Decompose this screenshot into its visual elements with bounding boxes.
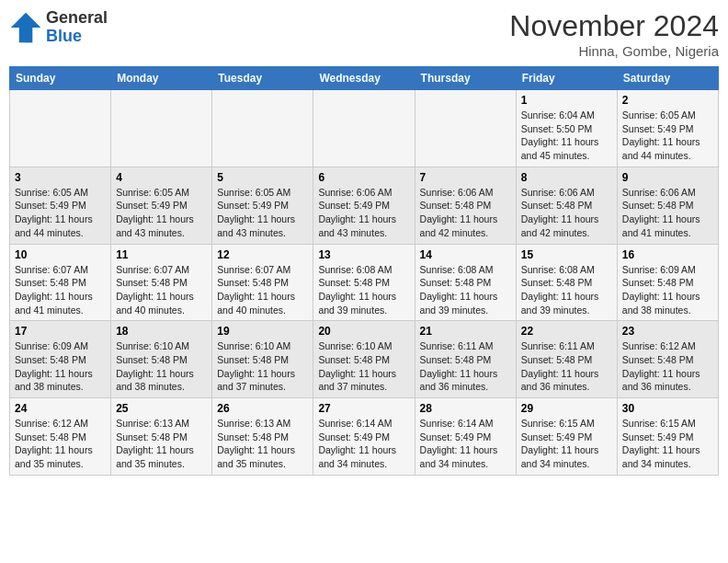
day-number: 15 — [521, 248, 612, 261]
day-number: 3 — [15, 171, 106, 184]
calendar-cell: 26Sunrise: 6:13 AM Sunset: 5:48 PM Dayli… — [212, 398, 313, 476]
day-info: Sunrise: 6:06 AM Sunset: 5:49 PM Dayligh… — [318, 186, 409, 240]
day-info: Sunrise: 6:10 AM Sunset: 5:48 PM Dayligh… — [116, 339, 207, 394]
calendar-cell: 25Sunrise: 6:13 AM Sunset: 5:48 PM Dayli… — [111, 398, 212, 476]
calendar-cell: 18Sunrise: 6:10 AM Sunset: 5:48 PM Dayli… — [111, 321, 212, 398]
calendar-header-row: SundayMondayTuesdayWednesdayThursdayFrid… — [10, 67, 719, 90]
calendar-cell — [10, 90, 111, 167]
day-info: Sunrise: 6:13 AM Sunset: 5:48 PM Dayligh… — [116, 417, 207, 471]
calendar-cell: 20Sunrise: 6:10 AM Sunset: 5:48 PM Dayli… — [313, 321, 415, 398]
calendar-cell: 30Sunrise: 6:15 AM Sunset: 5:49 PM Dayli… — [617, 398, 718, 476]
calendar-cell: 5Sunrise: 6:05 AM Sunset: 5:49 PM Daylig… — [212, 167, 313, 244]
calendar-cell: 28Sunrise: 6:14 AM Sunset: 5:49 PM Dayli… — [415, 398, 516, 476]
day-number: 12 — [217, 248, 308, 261]
title-block: November 2024 Hinna, Gombe, Nigeria — [509, 9, 719, 59]
day-info: Sunrise: 6:13 AM Sunset: 5:48 PM Dayligh… — [217, 417, 308, 471]
calendar-cell: 29Sunrise: 6:15 AM Sunset: 5:49 PM Dayli… — [516, 398, 617, 476]
day-number: 5 — [217, 171, 308, 184]
calendar-cell: 12Sunrise: 6:07 AM Sunset: 5:48 PM Dayli… — [212, 244, 313, 321]
day-info: Sunrise: 6:09 AM Sunset: 5:48 PM Dayligh… — [622, 263, 713, 317]
day-info: Sunrise: 6:07 AM Sunset: 5:48 PM Dayligh… — [116, 263, 207, 317]
calendar-cell: 13Sunrise: 6:08 AM Sunset: 5:48 PM Dayli… — [313, 244, 415, 321]
day-number: 18 — [116, 325, 207, 338]
location-subtitle: Hinna, Gombe, Nigeria — [509, 43, 719, 59]
day-info: Sunrise: 6:10 AM Sunset: 5:48 PM Dayligh… — [217, 339, 308, 394]
calendar-cell: 4Sunrise: 6:05 AM Sunset: 5:49 PM Daylig… — [111, 167, 212, 244]
day-number: 13 — [318, 248, 409, 261]
day-number: 30 — [622, 402, 713, 415]
day-number: 29 — [521, 402, 612, 415]
day-info: Sunrise: 6:08 AM Sunset: 5:48 PM Dayligh… — [318, 263, 409, 317]
day-number: 25 — [116, 402, 207, 415]
day-info: Sunrise: 6:08 AM Sunset: 5:48 PM Dayligh… — [420, 263, 511, 317]
day-number: 17 — [15, 325, 106, 338]
day-number: 9 — [622, 171, 713, 184]
day-info: Sunrise: 6:06 AM Sunset: 5:48 PM Dayligh… — [420, 186, 511, 240]
weekday-header: Saturday — [617, 67, 718, 90]
calendar-cell: 9Sunrise: 6:06 AM Sunset: 5:48 PM Daylig… — [617, 167, 718, 244]
calendar-cell: 16Sunrise: 6:09 AM Sunset: 5:48 PM Dayli… — [617, 244, 718, 321]
calendar-cell — [415, 90, 516, 167]
weekday-header: Thursday — [415, 67, 516, 90]
day-info: Sunrise: 6:05 AM Sunset: 5:49 PM Dayligh… — [622, 109, 713, 163]
calendar-cell: 27Sunrise: 6:14 AM Sunset: 5:49 PM Dayli… — [313, 398, 415, 476]
calendar-cell: 7Sunrise: 6:06 AM Sunset: 5:48 PM Daylig… — [415, 167, 516, 244]
day-number: 19 — [217, 325, 308, 338]
day-number: 28 — [420, 402, 511, 415]
calendar-body: 1Sunrise: 6:04 AM Sunset: 5:50 PM Daylig… — [10, 90, 719, 476]
day-number: 8 — [521, 171, 612, 184]
calendar-cell — [313, 90, 415, 167]
calendar-cell: 6Sunrise: 6:06 AM Sunset: 5:49 PM Daylig… — [313, 167, 415, 244]
day-info: Sunrise: 6:11 AM Sunset: 5:48 PM Dayligh… — [420, 339, 511, 394]
day-info: Sunrise: 6:09 AM Sunset: 5:48 PM Dayligh… — [15, 339, 106, 394]
day-number: 6 — [318, 171, 409, 184]
day-info: Sunrise: 6:11 AM Sunset: 5:48 PM Dayligh… — [521, 339, 612, 394]
calendar-cell — [111, 90, 212, 167]
day-info: Sunrise: 6:12 AM Sunset: 5:48 PM Dayligh… — [622, 339, 713, 394]
day-info: Sunrise: 6:08 AM Sunset: 5:48 PM Dayligh… — [521, 263, 612, 317]
day-info: Sunrise: 6:14 AM Sunset: 5:49 PM Dayligh… — [318, 417, 409, 471]
day-info: Sunrise: 6:15 AM Sunset: 5:49 PM Dayligh… — [622, 417, 713, 471]
logo-icon — [9, 11, 42, 44]
day-info: Sunrise: 6:10 AM Sunset: 5:48 PM Dayligh… — [318, 339, 409, 394]
calendar-cell: 22Sunrise: 6:11 AM Sunset: 5:48 PM Dayli… — [516, 321, 617, 398]
calendar-cell: 21Sunrise: 6:11 AM Sunset: 5:48 PM Dayli… — [415, 321, 516, 398]
day-info: Sunrise: 6:04 AM Sunset: 5:50 PM Dayligh… — [521, 109, 612, 163]
day-number: 27 — [318, 402, 409, 415]
weekday-header: Wednesday — [313, 67, 415, 90]
day-info: Sunrise: 6:14 AM Sunset: 5:49 PM Dayligh… — [420, 417, 511, 471]
day-number: 10 — [15, 248, 106, 261]
logo: General Blue — [9, 9, 108, 46]
calendar-cell: 10Sunrise: 6:07 AM Sunset: 5:48 PM Dayli… — [10, 244, 111, 321]
day-info: Sunrise: 6:06 AM Sunset: 5:48 PM Dayligh… — [521, 186, 612, 240]
calendar-cell: 11Sunrise: 6:07 AM Sunset: 5:48 PM Dayli… — [111, 244, 212, 321]
calendar-cell: 8Sunrise: 6:06 AM Sunset: 5:48 PM Daylig… — [516, 167, 617, 244]
day-number: 16 — [622, 248, 713, 261]
page-header: General Blue November 2024 Hinna, Gombe,… — [9, 9, 719, 59]
day-info: Sunrise: 6:12 AM Sunset: 5:48 PM Dayligh… — [15, 417, 106, 471]
logo-text: General Blue — [46, 9, 108, 46]
calendar-cell — [212, 90, 313, 167]
day-number: 26 — [217, 402, 308, 415]
calendar-cell: 24Sunrise: 6:12 AM Sunset: 5:48 PM Dayli… — [10, 398, 111, 476]
day-info: Sunrise: 6:05 AM Sunset: 5:49 PM Dayligh… — [15, 186, 106, 240]
day-number: 24 — [15, 402, 106, 415]
day-number: 1 — [521, 94, 612, 107]
calendar-cell: 19Sunrise: 6:10 AM Sunset: 5:48 PM Dayli… — [212, 321, 313, 398]
day-info: Sunrise: 6:05 AM Sunset: 5:49 PM Dayligh… — [217, 186, 308, 240]
svg-marker-1 — [26, 13, 40, 42]
calendar-cell: 23Sunrise: 6:12 AM Sunset: 5:48 PM Dayli… — [617, 321, 718, 398]
day-info: Sunrise: 6:05 AM Sunset: 5:49 PM Dayligh… — [116, 186, 207, 240]
day-number: 14 — [420, 248, 511, 261]
calendar-table: SundayMondayTuesdayWednesdayThursdayFrid… — [9, 66, 719, 476]
calendar-cell: 17Sunrise: 6:09 AM Sunset: 5:48 PM Dayli… — [10, 321, 111, 398]
day-number: 11 — [116, 248, 207, 261]
calendar-cell: 15Sunrise: 6:08 AM Sunset: 5:48 PM Dayli… — [516, 244, 617, 321]
calendar-week-row: 10Sunrise: 6:07 AM Sunset: 5:48 PM Dayli… — [10, 244, 719, 321]
weekday-header: Sunday — [10, 67, 111, 90]
day-info: Sunrise: 6:15 AM Sunset: 5:49 PM Dayligh… — [521, 417, 612, 471]
calendar-cell: 3Sunrise: 6:05 AM Sunset: 5:49 PM Daylig… — [10, 167, 111, 244]
calendar-week-row: 1Sunrise: 6:04 AM Sunset: 5:50 PM Daylig… — [10, 90, 719, 167]
day-number: 20 — [318, 325, 409, 338]
calendar-week-row: 24Sunrise: 6:12 AM Sunset: 5:48 PM Dayli… — [10, 398, 719, 476]
